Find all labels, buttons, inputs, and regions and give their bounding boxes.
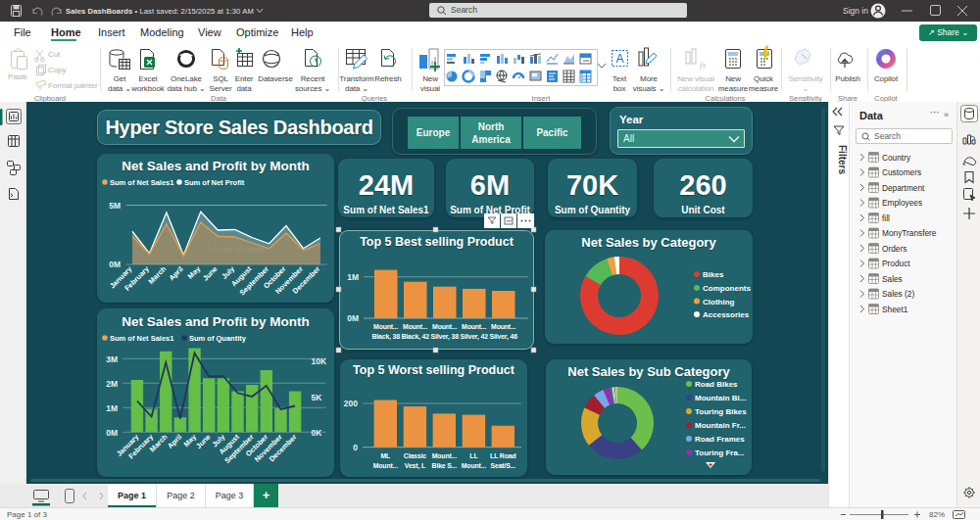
svg-text:Employees: Employees — [882, 198, 922, 208]
svg-text:Sheet1: Sheet1 — [882, 305, 908, 314]
svg-text:Classic: Classic — [404, 452, 426, 459]
svg-text:Activate Windows: Activate Windows — [207, 245, 265, 254]
svg-text:Country: Country — [882, 153, 911, 163]
svg-text:Sum of Quantity: Sum of Quantity — [189, 334, 247, 343]
svg-text:ML: ML — [380, 452, 390, 459]
svg-text:0K: 0K — [312, 428, 323, 438]
svg-text:fx: fx — [700, 60, 707, 70]
svg-text:0M: 0M — [106, 428, 118, 438]
svg-text:82%: 82% — [929, 510, 945, 519]
svg-text:Road Bikes: Road Bikes — [695, 380, 738, 389]
svg-text:A: A — [615, 52, 623, 66]
svg-text:Mount...: Mount... — [373, 462, 398, 469]
svg-text:Sum of Net Sales1: Sum of Net Sales1 — [110, 178, 173, 187]
svg-text:1M: 1M — [106, 403, 118, 413]
svg-text:Touring Bikes: Touring Bikes — [695, 407, 747, 416]
svg-text:5K: 5K — [312, 393, 323, 402]
svg-text:Accessories: Accessories — [703, 310, 750, 319]
svg-text:April: April — [167, 264, 184, 282]
svg-text:Sum of Net Sales1: Sum of Net Sales1 — [110, 334, 173, 343]
svg-text:MonyTransfere: MonyTransfere — [882, 228, 937, 238]
svg-text:200: 200 — [344, 399, 358, 408]
svg-text:Components: Components — [703, 284, 751, 293]
svg-text:June: June — [194, 433, 213, 451]
svg-text:10K: 10K — [312, 356, 327, 366]
svg-text:Product: Product — [882, 259, 910, 268]
svg-text:Vest, L: Vest, L — [405, 462, 425, 470]
svg-text:Mountain Bi...: Mountain Bi... — [695, 394, 746, 402]
svg-text:March: March — [147, 264, 169, 286]
svg-text:Sum of Net Profit: Sum of Net Profit — [184, 178, 245, 187]
svg-text:Touring Fra...: Touring Fra... — [695, 449, 745, 457]
svg-text:Clothing: Clothing — [703, 298, 735, 307]
svg-text:Filters: Filters — [837, 145, 848, 174]
svg-text:Bikes: Bikes — [703, 270, 724, 279]
svg-text:LL: LL — [469, 452, 477, 459]
svg-text:0M: 0M — [109, 260, 121, 269]
svg-text:Seat/S...: Seat/S... — [491, 462, 516, 469]
svg-text:June: June — [201, 264, 220, 283]
svg-text:May: May — [186, 263, 203, 280]
svg-text:Department: Department — [882, 183, 925, 193]
svg-text:Mount...: Mount... — [462, 462, 486, 469]
svg-text:Orders: Orders — [882, 244, 906, 254]
svg-text:5M: 5M — [109, 201, 121, 211]
svg-text:Mount...: Mount... — [432, 452, 457, 459]
svg-text:3M: 3M — [106, 355, 118, 364]
svg-text:fill: fill — [882, 213, 890, 223]
svg-text:April: April — [166, 433, 183, 450]
svg-text:LL Road: LL Road — [490, 452, 515, 459]
svg-text:Bike S...: Bike S... — [432, 462, 458, 469]
svg-text:Road Frames: Road Frames — [695, 435, 745, 444]
svg-text:Customers: Customers — [882, 167, 921, 177]
svg-text:Sales: Sales — [882, 274, 903, 284]
svg-text:Mountain Fr...: Mountain Fr... — [695, 421, 746, 430]
svg-text:Sales (2): Sales (2) — [882, 289, 914, 299]
svg-text:0: 0 — [353, 443, 358, 452]
svg-text:2M: 2M — [106, 379, 118, 389]
